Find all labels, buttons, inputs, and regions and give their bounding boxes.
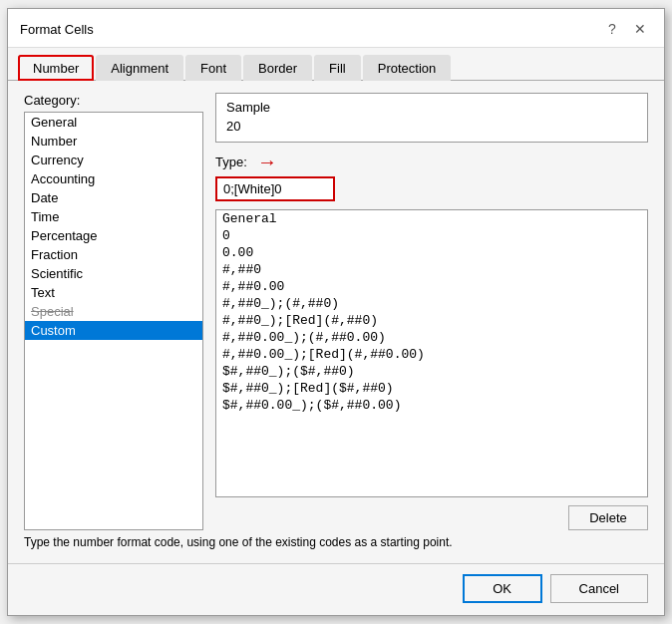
title-bar-buttons: ? ✕ — [600, 17, 652, 41]
tab-alignment[interactable]: Alignment — [96, 55, 183, 81]
format-item-acct1[interactable]: #,##0_);(#,##0) — [216, 295, 647, 312]
type-input[interactable] — [215, 176, 335, 201]
category-item-number[interactable]: Number — [25, 132, 202, 151]
bottom-buttons: OK Cancel — [8, 563, 664, 615]
help-button[interactable]: ? — [600, 17, 624, 41]
format-cells-dialog: Format Cells ? ✕ Number Alignment Font B… — [7, 8, 665, 616]
category-list-container: General Number Currency Accounting Date … — [24, 112, 203, 530]
ok-button[interactable]: OK — [463, 574, 542, 603]
tabs-row: Number Alignment Font Border Fill Protec… — [8, 48, 664, 81]
type-section: Type: ← — [215, 151, 648, 201]
format-list-container: General 0 0.00 #,##0 #,##0.00 #,##0_);(#… — [215, 209, 648, 497]
delete-button[interactable]: Delete — [568, 505, 648, 530]
format-item-hash0.00[interactable]: #,##0.00 — [216, 278, 647, 295]
format-item-0.00[interactable]: 0.00 — [216, 244, 647, 261]
close-button[interactable]: ✕ — [628, 17, 652, 41]
format-item-acct2[interactable]: #,##0_);[Red](#,##0) — [216, 312, 647, 329]
category-list[interactable]: General Number Currency Accounting Date … — [25, 113, 202, 529]
format-item-0[interactable]: 0 — [216, 227, 647, 244]
format-item-dollar3[interactable]: $#,##0.00_);($#,##0.00) — [216, 397, 647, 414]
tab-protection[interactable]: Protection — [363, 55, 452, 81]
tab-border[interactable]: Border — [243, 55, 312, 81]
format-item-hash0[interactable]: #,##0 — [216, 261, 647, 278]
format-item-acct4[interactable]: #,##0.00_);[Red](#,##0.00) — [216, 346, 647, 363]
dialog-title: Format Cells — [20, 22, 94, 37]
category-item-special[interactable]: Special — [25, 302, 202, 321]
delete-btn-row: Delete — [215, 505, 648, 530]
category-item-fraction[interactable]: Fraction — [25, 245, 202, 264]
category-item-percentage[interactable]: Percentage — [25, 226, 202, 245]
sample-value: 20 — [226, 119, 637, 134]
format-list[interactable]: General 0 0.00 #,##0 #,##0.00 #,##0_);(#… — [216, 210, 647, 496]
hint-text: Type the number format code, using one o… — [24, 534, 648, 551]
right-panel: Sample 20 Type: ← General 0 0. — [215, 93, 648, 530]
category-item-custom[interactable]: Custom — [25, 321, 202, 340]
category-item-currency[interactable]: Currency — [25, 151, 202, 169]
category-item-date[interactable]: Date — [25, 188, 202, 207]
category-label: Category: — [24, 93, 203, 108]
format-item-dollar2[interactable]: $#,##0_);[Red]($#,##0) — [216, 380, 647, 397]
format-item-acct3[interactable]: #,##0.00_);(#,##0.00) — [216, 329, 647, 346]
tab-fill[interactable]: Fill — [314, 55, 361, 81]
main-area: Category: General Number Currency Accoun… — [24, 93, 648, 530]
content-area: Category: General Number Currency Accoun… — [8, 81, 664, 563]
left-panel: Category: General Number Currency Accoun… — [24, 93, 203, 530]
type-label: Type: ← — [215, 151, 648, 173]
category-item-text[interactable]: Text — [25, 283, 202, 302]
category-item-general[interactable]: General — [25, 113, 202, 132]
tab-number[interactable]: Number — [18, 55, 94, 81]
sample-section: Sample 20 — [215, 93, 648, 143]
arrow-indicator: ← — [257, 151, 277, 173]
title-bar-left: Format Cells — [20, 22, 94, 37]
category-item-scientific[interactable]: Scientific — [25, 264, 202, 283]
tab-font[interactable]: Font — [185, 55, 241, 81]
format-item-dollar1[interactable]: $#,##0_);($#,##0) — [216, 363, 647, 380]
title-bar: Format Cells ? ✕ — [8, 9, 664, 48]
cancel-button[interactable]: Cancel — [550, 574, 648, 603]
category-item-accounting[interactable]: Accounting — [25, 169, 202, 188]
category-item-time[interactable]: Time — [25, 207, 202, 226]
format-item-general[interactable]: General — [216, 210, 647, 227]
sample-label: Sample — [226, 100, 637, 115]
